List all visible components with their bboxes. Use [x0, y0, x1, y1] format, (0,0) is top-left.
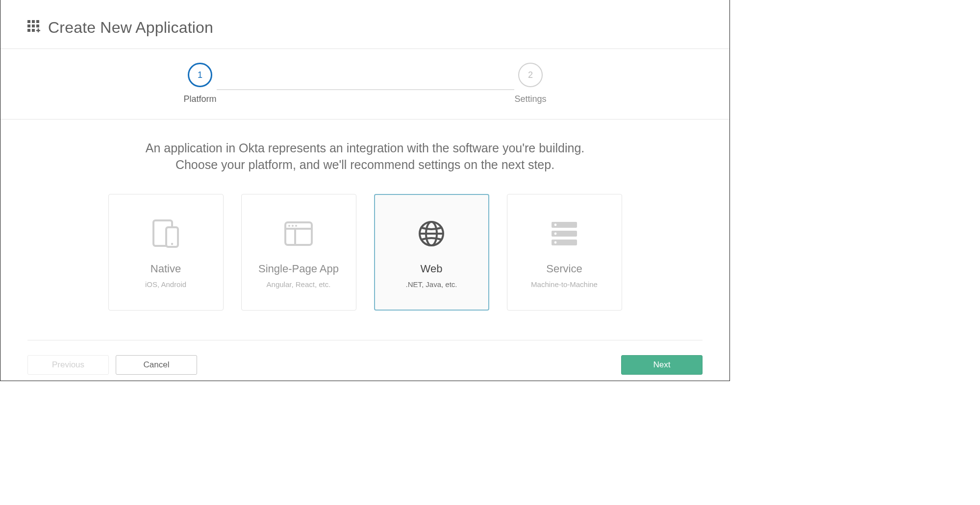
- description-line: Choose your platform, and we'll recommen…: [27, 157, 703, 173]
- svg-point-27: [554, 241, 557, 244]
- svg-point-18: [295, 225, 297, 227]
- wizard-stepper: 1 Platform 2 Settings: [0, 49, 729, 120]
- svg-rect-5: [36, 24, 39, 27]
- platform-subtitle: iOS, Android: [145, 280, 186, 289]
- dialog-footer: Previous Cancel Next: [27, 340, 703, 375]
- svg-rect-3: [27, 24, 30, 27]
- platform-subtitle: .NET, Java, etc.: [405, 280, 457, 289]
- description-text: An application in Okta represents an int…: [0, 120, 729, 173]
- platform-card-native[interactable]: Native iOS, Android: [108, 194, 224, 311]
- platform-card-service[interactable]: Service Machine-to-Machine: [507, 194, 622, 311]
- globe-icon: [418, 216, 445, 252]
- platform-options: Native iOS, Android Single-Page App Angu…: [0, 173, 729, 340]
- svg-rect-9: [38, 28, 39, 32]
- devices-icon: [150, 216, 182, 252]
- svg-rect-6: [27, 29, 30, 32]
- browser-window-icon: [284, 216, 313, 252]
- apps-grid-icon: [27, 20, 41, 36]
- svg-rect-7: [32, 29, 35, 32]
- platform-title: Single-Page App: [258, 263, 339, 275]
- svg-point-17: [292, 225, 294, 227]
- svg-point-12: [171, 243, 173, 245]
- step-connector: [217, 89, 515, 90]
- description-line: An application in Okta represents an int…: [27, 140, 703, 157]
- previous-button[interactable]: Previous: [27, 355, 109, 375]
- platform-subtitle: Machine-to-Machine: [531, 280, 598, 289]
- step-number: 2: [518, 63, 543, 87]
- svg-rect-4: [32, 24, 35, 27]
- step-label: Settings: [514, 94, 546, 104]
- step-settings: 2 Settings: [514, 63, 546, 104]
- platform-card-spa[interactable]: Single-Page App Angular, React, etc.: [241, 194, 356, 311]
- cancel-button[interactable]: Cancel: [116, 355, 197, 375]
- platform-card-web[interactable]: Web .NET, Java, etc.: [374, 194, 489, 311]
- platform-title: Service: [546, 263, 582, 275]
- create-application-dialog: Create New Application 1 Platform 2 Sett…: [0, 0, 730, 381]
- svg-rect-2: [36, 20, 39, 23]
- platform-title: Native: [151, 263, 181, 275]
- next-button[interactable]: Next: [621, 355, 703, 375]
- dialog-header: Create New Application: [0, 0, 729, 49]
- svg-rect-1: [32, 20, 35, 23]
- page-title: Create New Application: [48, 19, 213, 37]
- platform-subtitle: Angular, React, etc.: [267, 280, 331, 289]
- svg-point-16: [288, 225, 290, 227]
- step-label: Platform: [184, 94, 217, 104]
- step-platform: 1 Platform: [184, 63, 217, 104]
- svg-rect-0: [27, 20, 30, 23]
- svg-point-26: [554, 233, 557, 235]
- step-number: 1: [188, 63, 212, 87]
- platform-title: Web: [421, 263, 443, 275]
- svg-point-25: [554, 224, 557, 226]
- server-icon: [550, 216, 579, 252]
